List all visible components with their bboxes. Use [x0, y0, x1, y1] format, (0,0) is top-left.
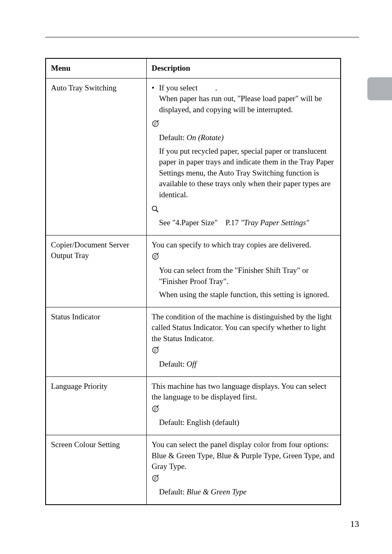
desc-cell: You can specify to which tray copies are…	[147, 235, 341, 307]
default-line: Default: Off	[159, 359, 335, 370]
top-rule	[45, 37, 359, 37]
svg-point-4	[152, 206, 157, 210]
note-icon	[152, 405, 160, 413]
svg-line-12	[154, 350, 157, 351]
side-tab	[367, 77, 392, 100]
settings-table: Menu Description Auto Tray Switching If …	[45, 58, 341, 505]
desc-cell: The condition of the machine is distingu…	[147, 307, 341, 376]
body-text: The condition of the machine is distingu…	[152, 312, 335, 344]
default-value: On (Rotate)	[187, 133, 224, 142]
default-lead: Default:	[159, 133, 187, 142]
table-row: Auto Tray Switching If you select . When…	[46, 78, 341, 235]
note-text-1: You can select from the "Finisher Shift …	[159, 265, 335, 287]
default-line: Default: English (default)	[159, 417, 335, 428]
table-row: Status Indicator The condition of the ma…	[46, 307, 341, 376]
menu-cell: Screen Colour Setting	[46, 435, 147, 505]
desc-cell: You can select the panel display color f…	[147, 435, 341, 505]
body-text: You can select the panel display color f…	[152, 439, 335, 472]
svg-line-9	[154, 258, 156, 258]
table-row: Language Priority This machine has two l…	[46, 376, 341, 435]
default-lead: Default:	[159, 487, 187, 496]
magnifier-icon	[152, 205, 159, 213]
svg-line-8	[154, 256, 157, 257]
reference-line: See "4.Paper Size" P.17 "Tray Paper Sett…	[159, 217, 335, 229]
default-lead: Default:	[159, 360, 187, 368]
svg-line-16	[154, 409, 157, 409]
svg-line-1	[154, 122, 157, 123]
default-value: Off	[187, 360, 196, 368]
default-line: Default: Blue & Green Type	[159, 487, 335, 498]
svg-line-3	[154, 125, 156, 125]
header-description: Description	[147, 58, 341, 78]
note-paragraph: If you put recycled paper, special paper…	[159, 146, 335, 201]
table-row: Copier/Document Server Output Tray You c…	[46, 235, 341, 307]
table-row: Screen Colour Setting You can select the…	[46, 435, 341, 505]
svg-line-5	[156, 210, 158, 212]
table-header-row: Menu Description	[46, 58, 341, 78]
page-number: 13	[350, 519, 359, 529]
note-icon	[152, 346, 160, 354]
page-content: Menu Description Auto Tray Switching If …	[0, 0, 392, 505]
body-text: This machine has two language displays. …	[152, 381, 335, 403]
default-line: Default: On (Rotate)	[159, 132, 335, 143]
note-text-2: When using the staple function, this set…	[159, 289, 335, 300]
desc-cell: If you select . When paper has run out, …	[147, 78, 341, 235]
header-menu: Menu	[46, 58, 147, 78]
svg-line-13	[154, 351, 156, 352]
default-value: Blue & Green Type	[187, 487, 247, 496]
menu-cell: Auto Tray Switching	[46, 78, 147, 235]
menu-cell: Copier/Document Server Output Tray	[46, 235, 147, 307]
svg-line-7	[154, 255, 157, 256]
note-icon	[152, 475, 160, 482]
bullet-lead: If you select	[159, 83, 198, 92]
ref-part2: P.17	[226, 218, 241, 227]
bullet-item: If you select . When paper has run out, …	[152, 83, 335, 115]
svg-line-19	[154, 477, 157, 478]
bullet-body: When paper has run out, "Please load pap…	[159, 94, 322, 114]
svg-line-20	[154, 478, 157, 479]
menu-cell: Language Priority	[46, 376, 147, 435]
svg-line-2	[154, 124, 157, 124]
note-icon	[152, 253, 160, 260]
svg-line-11	[154, 349, 157, 349]
svg-line-21	[154, 480, 156, 480]
ref-part1: See "4.Paper Size"	[159, 218, 218, 227]
svg-line-15	[154, 408, 157, 408]
desc-cell: This machine has two language displays. …	[147, 376, 341, 435]
bullet-period: .	[215, 83, 217, 92]
svg-line-17	[154, 410, 156, 411]
menu-cell: Status Indicator	[46, 307, 147, 376]
intro-text: You can specify to which tray copies are…	[152, 240, 335, 251]
note-icon	[152, 120, 160, 127]
ref-part3: "Tray Paper Settings"	[241, 218, 309, 227]
